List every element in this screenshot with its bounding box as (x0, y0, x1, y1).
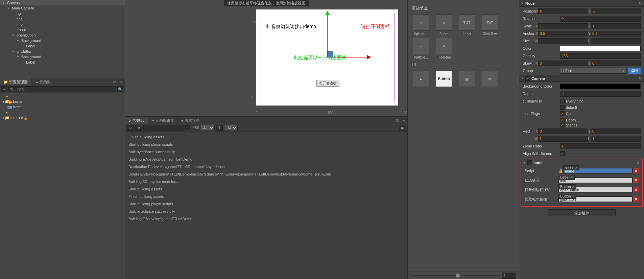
nodelib-item[interactable]: ▲ (410, 71, 431, 88)
gear-icon[interactable]: ⚙ (639, 76, 642, 80)
hierarchy-item[interactable]: info (0, 22, 125, 27)
nodelib-item[interactable]: ▦ (456, 71, 477, 88)
openbtn-remove-button[interactable]: ✕ (633, 187, 639, 192)
rect-h-input[interactable] (591, 136, 641, 142)
gizmo-origin[interactable] (327, 51, 333, 57)
group-edit-button[interactable]: 编辑 (628, 68, 641, 74)
depth-input[interactable] (560, 91, 641, 97)
asset-item[interactable]: ▸▸📁 internal 🔒 (0, 110, 125, 115)
tab-console[interactable]: ⪢ 控制台 (125, 117, 148, 124)
gizmo-y-axis[interactable] (327, 12, 328, 53)
clearflags-stencil-checkbox[interactable] (560, 123, 565, 127)
tab-preview[interactable]: ■ 游戏预览 (178, 117, 203, 124)
tab-cloud[interactable]: ☁ 云函数 (31, 78, 54, 86)
log-level-select[interactable]: All (200, 125, 215, 131)
popout-icon[interactable]: ⧉ (111, 78, 118, 85)
nodelib-item[interactable]: ◊TiledMap (433, 38, 454, 59)
regex-checkbox[interactable]: 正则 (185, 125, 199, 130)
nodelib-item[interactable]: TXTLabel (456, 15, 477, 36)
rotation-label: Rotation (523, 17, 560, 21)
node-header[interactable]: ▾Node⚙ (519, 0, 644, 7)
menu-icon[interactable]: ≡ (118, 78, 125, 85)
nodelib-item[interactable]: ▭ (479, 71, 500, 88)
scene-view[interactable]: 使用鼠标右键平移视窗焦点，使用滚轮缩放视图 500005001,000 抖音侧边… (125, 0, 407, 116)
skew-y-input[interactable] (591, 61, 641, 66)
scale-y-input[interactable] (591, 23, 641, 29)
alignscreen-checkbox[interactable] (560, 151, 565, 156)
nodelib-item[interactable]: ◈Sprite (433, 15, 454, 36)
search-input[interactable] (16, 86, 116, 92)
gear-icon[interactable]: ⚙ (639, 1, 642, 5)
rect-y-input[interactable] (591, 129, 641, 134)
add-asset-button[interactable]: + (1, 86, 7, 92)
status-remove-button[interactable]: ✕ (633, 178, 639, 183)
ruler-tick: 0 (256, 111, 258, 115)
hierarchy-item[interactable]: ▾ Background (0, 54, 125, 60)
hierarchy-item[interactable]: ▾ Main Camera (0, 5, 125, 11)
rotation-input[interactable] (560, 16, 641, 22)
anchor-y-input[interactable] (591, 31, 641, 37)
cullingmask-everything-checkbox[interactable] (560, 99, 565, 103)
hierarchy-item[interactable]: ▾ Background (0, 38, 125, 43)
color-swatch[interactable] (560, 46, 641, 51)
rect-x-input[interactable] (538, 129, 588, 134)
filter-input[interactable] (143, 125, 184, 131)
zoomratio-input[interactable] (560, 143, 641, 149)
hierarchy-item[interactable]: Label (0, 43, 125, 49)
canvas-preview[interactable]: 抖音侧边复访接口demo 请打开侧边栏 此处需要贴一张侧边图片 打开侧边栏 (256, 9, 398, 106)
nodelib-item[interactable]: TxTRich Text (479, 15, 500, 36)
search-button[interactable]: 🔍 (117, 86, 123, 92)
hierarchy-item[interactable]: tips (0, 16, 125, 22)
clear-button[interactable]: ⊘ (127, 125, 134, 131)
asset-item[interactable]: TS home (0, 104, 125, 110)
anchor-x-input[interactable] (538, 31, 588, 37)
open-sidebar-button[interactable]: 打开侧边栏 (316, 80, 339, 87)
hierarchy-item[interactable]: bg (0, 11, 125, 16)
size-w-input[interactable] (538, 38, 588, 44)
asset-item[interactable]: 🔥 home (0, 99, 125, 104)
position-x-input[interactable] (538, 8, 588, 14)
gizmo-x-axis[interactable] (329, 57, 370, 57)
nodelib-item[interactable]: Button (433, 71, 454, 88)
collapse-button[interactable]: ▣ (399, 125, 405, 131)
console-output[interactable]: Finish building assetsStart building plu… (125, 132, 407, 279)
group-select[interactable]: default (560, 68, 626, 74)
sort-button[interactable]: ⇅ (8, 86, 15, 92)
camera-header[interactable]: ▾Camera⚙ (519, 75, 644, 82)
clearflags-depth-checkbox[interactable] (560, 118, 565, 122)
popout-icon[interactable]: ⧉ (394, 117, 401, 124)
tab-animation[interactable]: ✦ 动画编辑器 (148, 117, 178, 124)
opacity-input[interactable] (560, 53, 641, 59)
zoom-slider[interactable] (411, 275, 500, 276)
scale-x-input[interactable] (538, 23, 588, 29)
group-label: Group (523, 69, 560, 73)
tab-assets[interactable]: 📁 资源管理器 (0, 78, 31, 86)
home-header[interactable]: ▾home⚙ (521, 159, 642, 166)
rect-w-input[interactable] (538, 136, 588, 142)
fontsize-select[interactable]: 14 (224, 125, 238, 131)
render-section-title: 渲染节点 (408, 3, 519, 13)
hierarchy-item[interactable]: Label (0, 60, 125, 65)
hierarchy-item[interactable]: about (0, 27, 125, 32)
cullingmask-default-checkbox[interactable] (560, 105, 565, 110)
skew-x-input[interactable] (538, 61, 588, 66)
gear-icon[interactable]: ⚙ (637, 161, 640, 165)
camera-enable-checkbox[interactable] (525, 76, 530, 81)
hierarchy-item[interactable]: ▾ openButton (0, 32, 125, 38)
menu-icon[interactable]: ≡ (401, 117, 407, 124)
giftbtn-remove-button[interactable]: ✕ (633, 196, 639, 202)
zoom-value[interactable] (502, 273, 516, 279)
asset-item[interactable]: ▾▸📁 assets (0, 93, 125, 99)
hierarchy-item[interactable]: ▾ giftButton (0, 49, 125, 54)
nodelib-item[interactable]: ◇Splash ... (410, 15, 431, 36)
open-log-button[interactable]: 🗎 (135, 125, 142, 131)
clearflags-color-checkbox[interactable] (560, 111, 565, 116)
script-remove-button[interactable]: ✕ (633, 168, 639, 173)
size-h-input[interactable] (591, 38, 641, 44)
position-y-input[interactable] (591, 8, 641, 14)
home-enable-checkbox[interactable] (527, 160, 532, 165)
nodelib-item[interactable]: ∴Particle... (410, 38, 431, 59)
hierarchy-item[interactable]: ▾ Canvas (0, 0, 125, 5)
add-component-button[interactable]: 添加组件 (548, 209, 616, 216)
bgcolor-swatch[interactable] (560, 84, 641, 89)
